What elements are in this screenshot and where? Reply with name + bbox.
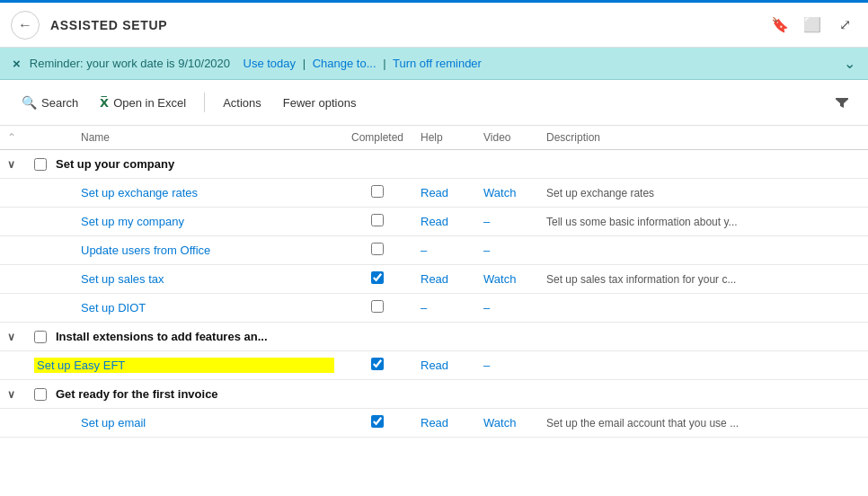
- item-checkbox[interactable]: [371, 358, 384, 370]
- item-description-cell: [539, 351, 868, 380]
- item-description-cell: Set up the email account that you use ..…: [539, 409, 868, 438]
- turn-off-reminder-link[interactable]: Turn off reminder: [393, 57, 482, 70]
- help-read-link[interactable]: Read: [421, 186, 448, 199]
- group-name-cell: Install extensions to add features an...: [27, 323, 868, 351]
- item-name-cell: Update users from Office: [27, 236, 341, 265]
- item-indent-cell: [0, 351, 27, 380]
- fewer-options-label: Fewer options: [283, 96, 357, 110]
- header-collapse-col: ⌃: [0, 126, 27, 150]
- header-description: Description: [539, 126, 868, 150]
- item-checkbox[interactable]: [371, 271, 384, 284]
- search-label: Search: [41, 96, 78, 110]
- item-description-cell: Tell us some basic information about y..…: [539, 208, 868, 236]
- setup-table: ⌃ Name Completed Help Video Description …: [0, 126, 868, 438]
- expand-icon[interactable]: ⤢: [832, 13, 857, 38]
- item-name-link[interactable]: Set up sales tax: [34, 272, 334, 286]
- item-indent-cell: [0, 409, 27, 438]
- group-title: Set up your company: [56, 157, 174, 171]
- group-chevron-cell: ∨: [0, 323, 27, 351]
- banner-close-button[interactable]: ×: [13, 56, 21, 71]
- item-name-link[interactable]: Set up my company: [34, 215, 334, 228]
- group-collapse-icon[interactable]: ∨: [7, 388, 15, 401]
- fewer-options-button[interactable]: Fewer options: [274, 92, 366, 114]
- toolbar: 🔍 Search X̅ Open in Excel Actions Fewer …: [0, 80, 868, 126]
- item-name-cell: Set up DIOT: [27, 294, 341, 323]
- video-watch-link[interactable]: Watch: [483, 272, 516, 286]
- item-indent-cell: [0, 294, 27, 323]
- group-title: Get ready for the first invoice: [56, 387, 218, 401]
- group-checkbox[interactable]: [34, 158, 47, 171]
- table-row: Update users from Office – –: [0, 236, 868, 265]
- banner-text: Reminder: your work date is 9/10/2020 Us…: [30, 57, 844, 70]
- item-checkbox[interactable]: [371, 415, 384, 428]
- item-name-link[interactable]: Set up Easy EFT: [34, 358, 334, 373]
- item-completed-cell: [341, 265, 413, 294]
- reminder-banner: × Reminder: your work date is 9/10/2020 …: [0, 48, 868, 80]
- export-icon[interactable]: ⬜: [800, 13, 825, 38]
- item-help-cell: –: [413, 236, 476, 265]
- item-help-cell: Read: [413, 179, 476, 208]
- group-checkbox[interactable]: [34, 331, 47, 343]
- item-description-cell: [539, 236, 868, 265]
- item-help-cell: –: [413, 294, 476, 323]
- video-watch-link[interactable]: Watch: [483, 186, 516, 199]
- help-dash: –: [421, 301, 427, 314]
- item-name-link[interactable]: Set up DIOT: [34, 301, 334, 314]
- item-video-cell: Watch: [476, 265, 539, 294]
- group-title: Install extensions to add features an...: [56, 330, 268, 343]
- bookmark-icon[interactable]: 🔖: [767, 13, 793, 38]
- item-checkbox[interactable]: [371, 243, 384, 255]
- help-read-link[interactable]: Read: [421, 416, 448, 430]
- item-video-cell: Watch: [476, 409, 539, 438]
- group-row: ∨ Get ready for the first invoice: [0, 380, 868, 409]
- item-checkbox[interactable]: [371, 300, 384, 313]
- group-checkbox[interactable]: [34, 388, 47, 401]
- page-title: ASSISTED SETUP: [50, 18, 767, 32]
- group-collapse-icon[interactable]: ∨: [7, 331, 15, 343]
- search-icon: 🔍: [22, 95, 37, 110]
- item-completed-cell: [341, 409, 413, 438]
- table-header: ⌃ Name Completed Help Video Description: [0, 126, 868, 150]
- group-row: ∨ Set up your company: [0, 150, 868, 179]
- search-button[interactable]: 🔍 Search: [13, 91, 87, 114]
- item-name-cell: Set up exchange rates: [27, 179, 341, 208]
- item-name-link[interactable]: Update users from Office: [34, 244, 334, 257]
- toolbar-separator: [204, 93, 205, 112]
- item-help-cell: Read: [413, 409, 476, 438]
- item-video-cell: –: [476, 351, 539, 380]
- item-name-link[interactable]: Set up exchange rates: [34, 186, 334, 199]
- item-help-cell: Read: [413, 265, 476, 294]
- header-help: Help: [413, 126, 476, 150]
- filter-icon[interactable]: [828, 89, 855, 116]
- video-watch-link[interactable]: Watch: [483, 416, 516, 430]
- item-checkbox[interactable]: [371, 214, 384, 226]
- actions-button[interactable]: Actions: [214, 92, 270, 114]
- item-indent-cell: [0, 179, 27, 208]
- item-video-cell: –: [476, 208, 539, 236]
- banner-expand-icon[interactable]: ⌄: [844, 55, 855, 72]
- use-today-link[interactable]: Use today: [244, 57, 297, 70]
- item-name-link[interactable]: Set up email: [34, 416, 334, 430]
- item-checkbox[interactable]: [371, 185, 384, 198]
- open-in-excel-button[interactable]: X̅ Open in Excel: [91, 92, 195, 114]
- header-icons: 🔖 ⬜ ⤢: [767, 13, 857, 38]
- help-read-link[interactable]: Read: [421, 215, 448, 228]
- header-name: Name: [27, 126, 341, 150]
- video-dash: –: [483, 359, 490, 372]
- item-completed-cell: [341, 351, 413, 380]
- item-description-cell: Set up sales tax information for your c.…: [539, 265, 868, 294]
- item-help-cell: Read: [413, 208, 476, 236]
- help-read-link[interactable]: Read: [421, 272, 448, 286]
- help-read-link[interactable]: Read: [421, 359, 448, 372]
- header-completed: Completed: [341, 126, 413, 150]
- change-to-link[interactable]: Change to...: [313, 57, 376, 70]
- group-collapse-icon[interactable]: ∨: [7, 158, 15, 171]
- help-dash: –: [421, 244, 427, 257]
- back-button[interactable]: ←: [11, 11, 40, 40]
- item-name-cell: Set up sales tax: [27, 265, 341, 294]
- video-dash: –: [483, 215, 490, 228]
- toolbar-right: [828, 89, 855, 116]
- group-name-cell: Get ready for the first invoice: [27, 380, 868, 409]
- item-name-cell: Set up Easy EFT: [27, 351, 341, 380]
- item-video-cell: Watch: [476, 179, 539, 208]
